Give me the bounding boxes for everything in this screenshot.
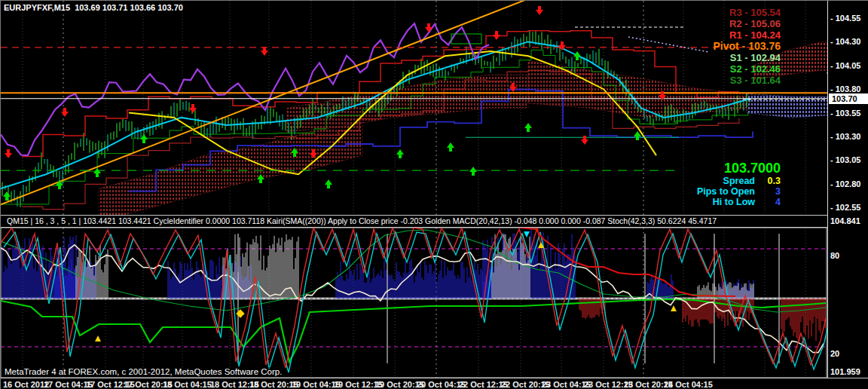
buy-signal-arrow-icon	[469, 167, 477, 176]
info-row-spread: Spread0.3	[697, 176, 781, 186]
time-axis-label: 18 Oct 04:15	[163, 380, 212, 389]
price-axis-tick: - 104.55	[830, 14, 860, 23]
buy-signal-arrow-icon	[524, 123, 532, 132]
info-row-hi-to-low: Hi to Low4	[697, 197, 781, 207]
price-axis-tick: - 103.05	[830, 155, 860, 164]
buy-signal-arrow-icon	[396, 149, 404, 158]
price-axis-tick: - 103.55	[830, 109, 860, 118]
pivot-level-pivot: Pivot - 103.76	[714, 41, 781, 52]
oscillator-axis-max: 104.841	[830, 216, 860, 225]
spread-info-panel: 103.7000 Spread0.3Pips to Open3Hi to Low…	[697, 161, 781, 207]
price-axis-tick: - 104.30	[830, 37, 860, 46]
current-price-large: 103.7000	[697, 161, 781, 176]
price-axis-tick: - 104.05	[830, 61, 860, 70]
pivot-levels-panel: R3 - 105.54R2 - 105.06R1 - 104.24Pivot -…	[714, 7, 781, 86]
oscillator-axis-min: 101.959	[830, 367, 860, 376]
buy-signal-arrow-icon	[93, 168, 101, 177]
current-price-badge: 103.70	[829, 93, 868, 104]
pivot-level-r3: R3 - 105.54	[714, 7, 781, 18]
main-price-axis[interactable]: - 104.55- 104.30- 104.05- 103.80- 103.55…	[827, 1, 868, 215]
price-axis-tick: - 102.55	[830, 203, 860, 212]
price-axis-tick: - 103.80	[830, 84, 860, 93]
price-axis-tick: - 102.80	[830, 179, 860, 188]
time-axis-label: 16 Oct 2012	[3, 380, 49, 389]
time-axis-label: 24 Oct 04:15	[664, 380, 713, 389]
buy-signal-arrow-icon	[3, 191, 11, 201]
oscillator-diamond-marker-icon	[236, 309, 244, 317]
buy-signal-arrow-icon	[634, 131, 641, 140]
pivot-level-r2: R2 - 105.06	[714, 18, 781, 29]
price-axis-tick: - 103.30	[830, 132, 860, 141]
indicator-subwindow-header: QM15 | 16 , 3 , 5 , 1 | 103.4421 103.442…	[1, 215, 827, 227]
buy-signal-arrow-icon	[573, 51, 581, 60]
oscillator-axis-80: 80	[830, 251, 839, 260]
time-axis[interactable]: 16 Oct 201217 Oct 04:1517 Oct 12:1517 Oc…	[1, 378, 868, 389]
sell-signal-arrow-icon	[536, 6, 543, 15]
oscillator-up-marker-icon	[671, 305, 677, 311]
status-bar-text: MetaTrader 4 at FOREX.com, c 2001-2012, …	[2, 367, 284, 376]
pivot-level-s1: S1 - 102.94	[714, 52, 781, 63]
sell-signal-arrow-icon	[493, 31, 500, 40]
oscillator-subwindow[interactable]	[1, 227, 827, 378]
buy-signal-arrow-icon	[325, 179, 332, 188]
mt4-chart-window: EURJPYFXF,M15 103.69 103.71 103.66 103.7…	[0, 0, 868, 389]
sell-signal-arrow-icon	[261, 47, 268, 56]
pivot-level-r1: R1 - 104.24	[714, 29, 781, 41]
oscillator-axis-20: 20	[830, 349, 839, 358]
pivot-level-s2: S2 - 102.46	[714, 63, 781, 75]
info-row-pips-to-open: Pips to Open3	[697, 186, 781, 197]
buy-signal-arrow-icon	[447, 142, 454, 152]
oscillator-canvas[interactable]	[1, 228, 827, 378]
oscillator-down-marker-icon	[524, 231, 530, 237]
sell-signal-arrow-icon	[61, 108, 69, 117]
oscillator-axis[interactable]: 104.8418020101.959	[827, 215, 868, 378]
main-price-chart[interactable]: EURJPYFXF,M15 103.69 103.71 103.66 103.7…	[1, 1, 827, 215]
sell-signal-arrow-icon	[5, 149, 12, 158]
symbol-ohlc-title: EURJPYFXF,M15 103.69 103.71 103.66 103.7…	[4, 3, 183, 12]
oscillator-up-marker-icon	[95, 335, 101, 342]
pivot-level-s3: S3 - 101.64	[714, 75, 781, 86]
sell-signal-arrow-icon	[425, 23, 432, 32]
